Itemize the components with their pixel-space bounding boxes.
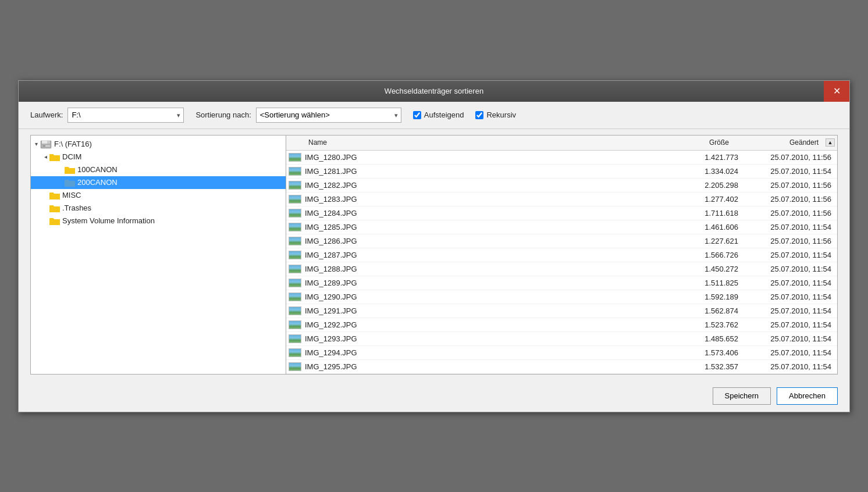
sort-select[interactable]: <Sortierung wählen> [256,108,401,123]
file-thumb [289,293,301,301]
file-thumb [289,348,301,357]
file-row[interactable]: IMG_1282.JPG2.205.29825.07.2010, 11:56 [286,179,837,192]
file-date: 25.07.2010, 11:54 [742,223,835,231]
file-size: 1.511.825 [684,279,742,287]
tree-item-misc-label: MISC [62,191,81,199]
save-button[interactable]: Speichern [713,387,771,405]
file-name: IMG_1285.JPG [305,223,684,231]
folder-icon-sysvolinfo [49,217,60,225]
file-thumb [289,320,301,329]
file-row[interactable]: IMG_1290.JPG1.592.18925.07.2010, 11:54 [286,290,837,304]
file-row[interactable]: IMG_1293.JPG1.485.65225.07.2010, 11:54 [286,332,837,346]
svg-rect-9 [49,206,60,212]
expand-icon-root: ▾ [33,141,39,147]
ascending-checkbox[interactable] [413,111,421,119]
file-name: IMG_1281.JPG [305,167,684,176]
col-header-name[interactable]: Name [305,138,674,147]
file-row[interactable]: IMG_1289.JPG1.511.82525.07.2010, 11:54 [286,276,837,290]
tree-item-misc[interactable]: ▸ MISC [31,189,286,202]
file-name: IMG_1282.JPG [305,181,684,190]
file-date: 25.07.2010, 11:56 [742,195,835,204]
file-date: 25.07.2010, 11:56 [742,153,835,162]
file-thumb [289,223,301,231]
drive-select[interactable]: F:\ [67,108,184,123]
file-row[interactable]: IMG_1291.JPG1.562.87425.07.2010, 11:54 [286,304,837,318]
file-thumb [289,279,301,287]
file-thumb [289,167,301,176]
file-thumb [289,237,301,245]
svg-rect-2 [47,141,50,144]
file-row[interactable]: IMG_1288.JPG1.450.27225.07.2010, 11:54 [286,262,837,276]
tree-item-200canon-label: 200CANON [77,178,118,187]
col-header-date[interactable]: Geändert [732,138,826,147]
tree-panel[interactable]: ▾ F:\ (FAT16) ◂ DCIM [30,135,286,375]
drive-label: Laufwerk: [30,110,63,119]
file-name: IMG_1295.JPG [305,362,684,371]
file-name: IMG_1280.JPG [305,153,684,162]
dialog-title: Wechseldatenträger sortieren [385,87,483,95]
file-date: 25.07.2010, 11:54 [742,348,835,357]
tree-item-100canon[interactable]: ▸ 100CANON [31,163,286,176]
file-thumb [289,195,301,204]
dialog: Wechseldatenträger sortieren ✕ Laufwerk:… [18,80,850,412]
recursive-group: Rekursiv [475,110,516,119]
file-size: 1.711.618 [684,209,742,218]
tree-item-root-label: F:\ (FAT16) [54,140,92,148]
file-name: IMG_1283.JPG [305,195,684,204]
sort-group: Sortierung nach: <Sortierung wählen> [195,108,401,123]
file-name: IMG_1287.JPG [305,251,684,259]
file-name: IMG_1284.JPG [305,209,684,218]
sort-label: Sortierung nach: [195,110,251,119]
file-row[interactable]: IMG_1280.JPG1.421.77325.07.2010, 11:56 [286,151,837,165]
file-row[interactable]: IMG_1295.JPG1.532.35725.07.2010, 11:54 [286,360,837,374]
tree-item-trashes[interactable]: ▸ .Trashes [31,202,286,215]
tree-item-100canon-label: 100CANON [77,165,118,174]
file-name: IMG_1288.JPG [305,265,684,273]
file-size: 1.566.726 [684,251,742,259]
file-size: 1.485.652 [684,334,742,343]
folder-icon-200canon [65,179,75,187]
recursive-checkbox[interactable] [475,111,483,119]
recursive-label: Rekursiv [486,110,516,119]
svg-rect-4 [42,145,45,147]
tree-item-sysvolinfo[interactable]: ▸ System Volume Information [31,215,286,227]
col-header-size[interactable]: Größe [674,138,732,147]
file-row[interactable]: IMG_1284.JPG1.711.61825.07.2010, 11:56 [286,206,837,220]
folder-icon-trashes [49,204,60,212]
file-row[interactable]: IMG_1281.JPG1.334.02425.07.2010, 11:54 [286,165,837,179]
file-thumb [289,306,301,315]
file-date: 25.07.2010, 11:54 [742,251,835,259]
close-button[interactable]: ✕ [824,81,849,102]
scroll-up-button[interactable]: ▲ [826,138,835,147]
toolbar: Laufwerk: F:\ Sortierung nach: <Sortieru… [19,102,849,129]
file-size: 1.277.402 [684,195,742,204]
tree-item-dcim[interactable]: ◂ DCIM [31,151,286,163]
file-row[interactable]: IMG_1287.JPG1.566.72625.07.2010, 11:54 [286,248,837,262]
file-date: 25.07.2010, 11:56 [742,181,835,190]
header-scrollbar-spacer: ▲ [826,138,835,147]
file-row[interactable]: IMG_1283.JPG1.277.40225.07.2010, 11:56 [286,192,837,206]
tree-item-sysvolinfo-label: System Volume Information [62,216,155,225]
file-thumb [289,153,301,162]
file-list-header: Name Größe Geändert ▲ [286,136,837,151]
file-date: 25.07.2010, 11:56 [742,237,835,245]
file-row[interactable]: IMG_1286.JPG1.227.62125.07.2010, 11:56 [286,234,837,248]
drive-icon [40,140,52,149]
folder-icon-misc [49,191,60,199]
file-size: 1.450.272 [684,265,742,273]
file-row[interactable]: IMG_1292.JPG1.523.76225.07.2010, 11:54 [286,318,837,332]
file-name: IMG_1291.JPG [305,306,684,315]
file-list-body[interactable]: IMG_1280.JPG1.421.77325.07.2010, 11:56IM… [286,151,837,374]
file-thumb [289,181,301,190]
drive-group: Laufwerk: F:\ [30,108,184,123]
folder-icon-dcim [49,153,60,161]
tree-item-root[interactable]: ▾ F:\ (FAT16) [31,138,286,151]
file-date: 25.07.2010, 11:54 [742,320,835,329]
svg-rect-8 [49,194,60,199]
cancel-button[interactable]: Abbrechen [777,387,838,405]
sort-select-wrapper: <Sortierung wählen> [256,108,401,123]
file-date: 25.07.2010, 11:54 [742,293,835,301]
tree-item-200canon[interactable]: ▸ 200CANON [31,176,286,189]
file-row[interactable]: IMG_1294.JPG1.573.40625.07.2010, 11:54 [286,346,837,360]
file-row[interactable]: IMG_1285.JPG1.461.60625.07.2010, 11:54 [286,220,837,234]
